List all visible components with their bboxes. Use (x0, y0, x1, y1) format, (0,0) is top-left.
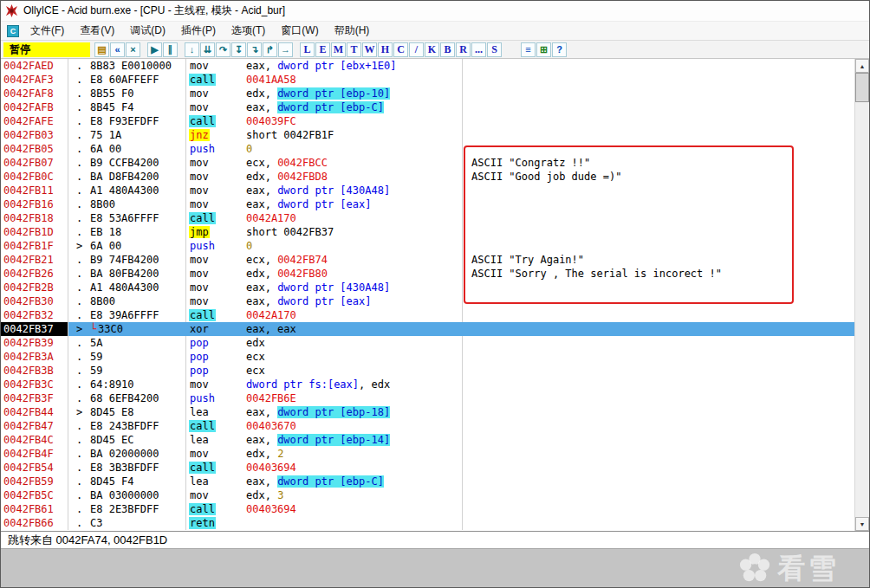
run-button[interactable]: ▶ (147, 42, 162, 57)
menu-plugins[interactable]: 插件(P) (173, 22, 224, 40)
trace-into-button[interactable]: ↧ (231, 42, 246, 57)
window-title: OllyICE - Acid burn.exe - [CPU - 主线程, 模块… (23, 3, 285, 18)
scrollbar-thumb[interactable] (855, 73, 869, 102)
hexdump-cell: .A1 480A4300 (68, 184, 186, 197)
hexdump-cell: .8B45 F4 (68, 100, 186, 114)
disassembly-pane[interactable]: 0042FAED.8B83 E0010000moveax, dword ptr … (1, 59, 854, 531)
go-to-button[interactable]: → (278, 42, 293, 57)
breakpoints-window-button[interactable]: B (440, 42, 455, 57)
threads-window-button[interactable]: T (347, 42, 361, 57)
menu-file[interactable]: 文件(F) (23, 22, 72, 40)
hexdump-cell: .B9 CCFB4200 (68, 156, 186, 170)
comment-cell: ASCII "Congratz !!" (463, 156, 854, 170)
menu-view[interactable]: 查看(V) (72, 22, 122, 40)
disasm-row-0042FB05[interactable]: 0042FB05.6A 00push0 (1, 142, 854, 156)
disasm-row-0042FB66[interactable]: 0042FB66.C3retn (1, 516, 854, 530)
jump-info-pane[interactable]: 跳转来自 0042FA74, 0042FB1D (1, 531, 869, 548)
disasm-row-0042FB39[interactable]: 0042FB39.5Apopedx (1, 336, 854, 350)
disasm-row-0042FB3B[interactable]: 0042FB3B.59popecx (1, 364, 854, 378)
disassembly-cell: xoreax, eax (186, 322, 463, 336)
disasm-row-0042FB2B[interactable]: 0042FB2B.A1 480A4300moveax, dword ptr [4… (1, 281, 854, 294)
disasm-row-0042FB54[interactable]: 0042FB54.E8 3B3BFDFFcall00403694 (1, 461, 854, 475)
disasm-row-0042FB03[interactable]: 0042FB03.75 1Ajnzshort 0042FB1F (1, 128, 854, 142)
disasm-row-0042FB4C[interactable]: 0042FB4C.8D45 ECleaeax, dword ptr [ebp-1… (1, 433, 854, 447)
disasm-row-0042FB26[interactable]: 0042FB26.BA 80FB4200movedx, 0042FB80ASCI… (1, 267, 854, 281)
restart-button[interactable]: « (110, 42, 125, 57)
step-into-icon: ↓ (190, 45, 195, 55)
execute-till-return-button[interactable]: ↱ (263, 42, 277, 57)
step-into-button[interactable]: ↓ (185, 42, 199, 57)
disasm-row-0042FB18[interactable]: 0042FB18.E8 53A6FFFFcall0042A170 (1, 211, 854, 225)
scroll-down-button[interactable]: ▼ (855, 517, 869, 531)
hexdump-cell: .E8 F93EFDFF (68, 114, 186, 128)
cpu-window-button[interactable]: C (393, 42, 408, 57)
references-window-button[interactable]: R (456, 42, 471, 57)
handles-window-button[interactable]: H (378, 42, 393, 57)
open-file-button[interactable]: ▤ (94, 42, 109, 57)
disasm-row-0042FAF3[interactable]: 0042FAF3.E8 60AFFEFFcall0041AA58 (1, 73, 854, 87)
patches-window-button[interactable]: / (409, 42, 424, 57)
disasm-row-0042FB21[interactable]: 0042FB21.B9 74FB4200movecx, 0042FB74ASCI… (1, 253, 854, 267)
disasm-row-0042FB3F[interactable]: 0042FB3F.68 6EFB4200push0042FB6E (1, 391, 854, 405)
comment-cell (463, 308, 854, 322)
call-stack-window-button[interactable]: K (425, 42, 439, 57)
step-over-button[interactable]: ↷ (216, 42, 230, 57)
disasm-row-0042FAF8[interactable]: 0042FAF8.8B55 F0movedx, dword ptr [ebp-1… (1, 87, 854, 100)
disasm-row-0042FB16[interactable]: 0042FB16.8B00moveax, dword ptr [eax] (1, 197, 854, 211)
appearance-button[interactable]: ⊞ (536, 42, 551, 57)
run-trace-window-button[interactable]: ... (471, 42, 486, 57)
hexdump-cell: .E8 243BFDFF (68, 419, 186, 433)
address-cell: 0042FB07 (1, 156, 68, 170)
log-window-button[interactable]: L (300, 42, 315, 57)
source-window-button[interactable]: S (487, 42, 502, 57)
menu-debug[interactable]: 调试(D) (122, 22, 173, 40)
disasm-row-0042FB47[interactable]: 0042FB47.E8 243BFDFFcall00403670 (1, 419, 854, 433)
scroll-up-button[interactable]: ▲ (855, 59, 869, 73)
menu-help[interactable]: 帮助(H) (327, 22, 378, 40)
memory-window-button[interactable]: M (331, 42, 346, 57)
help-button[interactable]: ? (552, 42, 567, 57)
disasm-row-0042FAED[interactable]: 0042FAED.8B83 E0010000moveax, dword ptr … (1, 59, 854, 73)
disasm-row-0042FAFB[interactable]: 0042FAFB.8B45 F4moveax, dword ptr [ebp-C… (1, 100, 854, 114)
options-button[interactable]: ≡ (521, 42, 536, 57)
disassembly-cell: movedx, 0042FBD8 (186, 170, 463, 184)
toolbar-buttons: ▤«×▶∥↓⇊↷↧↴↱→LEMTWHC/KBR...S≡⊞? (94, 42, 574, 57)
disasm-row-0042FB61[interactable]: 0042FB61.E8 2E3BFDFFcall00403694 (1, 502, 854, 516)
windows-window-button[interactable]: W (362, 42, 377, 57)
disasm-row-0042FB5C[interactable]: 0042FB5C.BA 03000000movedx, 3 (1, 488, 854, 502)
menu-window[interactable]: 窗口(W) (273, 22, 326, 40)
disasm-row-0042FB37[interactable]: 0042FB37>└33C0xoreax, eax (1, 322, 854, 336)
disasm-row-0042FB1F[interactable]: 0042FB1F>6A 00push0 (1, 239, 854, 253)
disasm-row-0042FB0C[interactable]: 0042FB0C.BA D8FB4200movedx, 0042FBD8ASCI… (1, 170, 854, 184)
disasm-row-0042FB1D[interactable]: 0042FB1D.EB 18jmpshort 0042FB37 (1, 225, 854, 239)
close-program-button[interactable]: × (126, 42, 140, 57)
disasm-row-0042FB32[interactable]: 0042FB32.E8 39A6FFFFcall0042A170 (1, 308, 854, 322)
pause-icon: ∥ (168, 45, 173, 55)
menu-options[interactable]: 选项(T) (224, 22, 273, 40)
hexdump-cell: .59 (68, 364, 186, 378)
disasm-row-0042FB11[interactable]: 0042FB11.A1 480A4300moveax, dword ptr [4… (1, 184, 854, 197)
disasm-row-0042FB44[interactable]: 0042FB44>8D45 E8leaeax, dword ptr [ebp-1… (1, 405, 854, 419)
disasm-row-0042FAFE[interactable]: 0042FAFE.E8 F93EFDFFcall004039FC (1, 114, 854, 128)
jump-arrow-icon: └ (90, 322, 98, 336)
hexdump-cell: >6A 00 (68, 239, 186, 253)
disasm-row-0042FB07[interactable]: 0042FB07.B9 CCFB4200movecx, 0042FBCCASCI… (1, 156, 854, 170)
disasm-row-0042FB59[interactable]: 0042FB59.8D45 F4leaeax, dword ptr [ebp-C… (1, 475, 854, 488)
vertical-scrollbar[interactable]: ▲ ▼ (854, 59, 869, 531)
address-cell: 0042FB3B (1, 364, 68, 378)
disassembly-cell: moveax, dword ptr [eax] (186, 294, 463, 308)
disasm-row-0042FB3A[interactable]: 0042FB3A.59popecx (1, 350, 854, 364)
animate-into-button[interactable]: ⇊ (200, 42, 215, 57)
disasm-row-0042FB3C[interactable]: 0042FB3C.64:8910movdword ptr fs:[eax], e… (1, 378, 854, 391)
cpu-child-window-icon[interactable]: C (7, 25, 19, 37)
trace-over-button[interactable]: ↴ (247, 42, 262, 57)
hexdump-cell: .E8 3B3BFDFF (68, 461, 186, 475)
comment-cell (463, 502, 854, 516)
disasm-row-0042FB4F[interactable]: 0042FB4F.BA 02000000movedx, 2 (1, 447, 854, 461)
disasm-row-0042FB30[interactable]: 0042FB30.8B00moveax, dword ptr [eax] (1, 294, 854, 308)
executables-window-button[interactable]: E (315, 42, 330, 57)
address-cell: 0042FB5C (1, 488, 68, 502)
disassembly-cell: movdword ptr fs:[eax], edx (186, 378, 463, 391)
pause-button[interactable]: ∥ (163, 42, 178, 57)
address-cell: 0042FB0C (1, 170, 68, 184)
